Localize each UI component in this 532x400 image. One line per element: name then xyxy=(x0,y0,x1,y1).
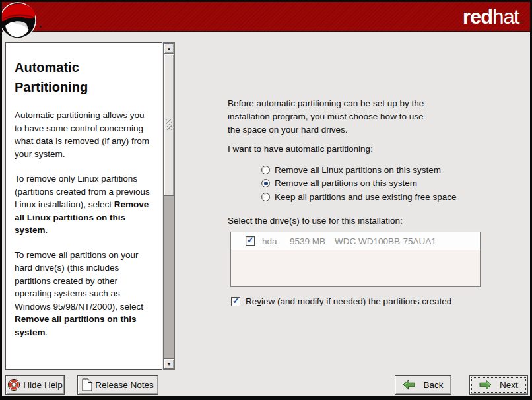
wordmark-hat: hat xyxy=(492,5,519,28)
scrollbar-thumb[interactable] xyxy=(164,53,174,196)
label-post: elease Notes xyxy=(102,380,154,390)
next-label: Next xyxy=(500,380,518,390)
drive-model: WDC WD100BB-75AUA1 xyxy=(335,236,436,246)
header-banner: redhat. xyxy=(2,2,530,32)
radio-button-selected-icon[interactable] xyxy=(261,179,270,187)
intro-text: Before automatic partitioning can be set… xyxy=(228,97,518,137)
review-partitions-checkbox-row[interactable]: ✓ Review (and modify if needed) the part… xyxy=(231,296,451,306)
wordmark-dot: . xyxy=(519,5,524,28)
document-icon xyxy=(82,378,92,391)
help-paragraph-1: Automatic partitioning allows you to hav… xyxy=(15,109,154,160)
drive-name: hda xyxy=(262,236,290,246)
release-notes-label: Release Notes xyxy=(95,380,154,390)
drive-size: 9539 MB xyxy=(290,236,335,246)
review-label-post: iew (and modify if needed) the partition… xyxy=(261,296,451,306)
drive-row-hda[interactable]: ✓ hda 9539 MB WDC WD100BB-75AUA1 xyxy=(231,232,480,250)
partitioning-radio-group: Remove all Linux partitions on this syst… xyxy=(261,163,456,204)
review-label: Review (and modify if needed) the partit… xyxy=(246,296,451,306)
label-post: ext xyxy=(506,380,518,390)
scroll-down-button[interactable]: ▼ xyxy=(164,358,174,369)
drive-list: ✓ hda 9539 MB WDC WD100BB-75AUA1 xyxy=(230,232,481,287)
scrollbar-grip-icon xyxy=(166,119,172,130)
label-mnemonic: N xyxy=(500,380,506,390)
radio-button-icon[interactable] xyxy=(261,166,270,174)
help-p3-text: To remove all partitions on your hard dr… xyxy=(15,250,143,312)
help-p3-period: . xyxy=(46,327,48,337)
checkmark-icon: ✓ xyxy=(247,235,254,245)
hide-help-button[interactable]: Hide Help xyxy=(5,375,65,395)
scroll-up-icon: ▲ xyxy=(167,46,172,51)
back-button[interactable]: Back xyxy=(395,375,451,395)
back-label: Back xyxy=(423,380,443,390)
label-mnemonic: R xyxy=(95,380,102,390)
next-arrow-icon xyxy=(479,380,492,390)
redhat-wordmark: redhat. xyxy=(463,5,524,29)
drive-checkbox[interactable]: ✓ xyxy=(246,236,255,246)
help-panel: Automatic Partitioning Automatic partiti… xyxy=(5,42,162,370)
radio-keep-all-partitions[interactable]: Keep all partitions and use existing fre… xyxy=(261,190,456,204)
redhat-shadowman-icon xyxy=(0,1,42,40)
help-p2-period: . xyxy=(46,225,48,235)
label-mnemonic: B xyxy=(423,380,429,390)
checkmark-icon: ✓ xyxy=(232,296,240,306)
review-label-mnemonic: v xyxy=(257,296,261,306)
release-notes-button[interactable]: Release Notes xyxy=(77,375,158,395)
trademark-dot xyxy=(40,26,42,28)
radio-label: Remove all partitions on this system xyxy=(275,178,417,188)
drives-select-label: Select the drive(s) to use for this inst… xyxy=(228,216,403,226)
back-arrow-icon xyxy=(403,380,415,390)
radio-remove-linux-partitions[interactable]: Remove all Linux partitions on this syst… xyxy=(261,163,456,177)
hide-help-label: Hide Help xyxy=(23,380,62,390)
installer-window: redhat. Automatic Partitioning Automatic… xyxy=(0,0,532,400)
partitioning-prompt: I want to have automatic partitioning: xyxy=(228,144,373,154)
label-mnemonic: H xyxy=(44,380,51,390)
radio-label: Remove all Linux partitions on this syst… xyxy=(275,165,441,175)
help-title: Automatic Partitioning xyxy=(15,57,114,97)
life-ring-icon xyxy=(7,378,20,391)
review-checkbox[interactable]: ✓ xyxy=(231,297,240,306)
radio-label: Keep all partitions and use existing fre… xyxy=(275,192,456,202)
help-scrollbar[interactable]: ▲ ▼ xyxy=(163,42,175,370)
label-post: elp xyxy=(51,380,63,390)
radio-remove-all-partitions[interactable]: Remove all partitions on this system xyxy=(261,177,456,191)
help-paragraph-3: To remove all partitions on your hard dr… xyxy=(15,249,154,339)
wordmark-red: red xyxy=(463,5,492,28)
scroll-down-icon: ▼ xyxy=(167,362,172,366)
scroll-up-button[interactable]: ▲ xyxy=(164,43,174,53)
help-p3-bold: Remove all partitions on this system xyxy=(15,314,137,337)
radio-button-icon[interactable] xyxy=(261,193,270,201)
next-button[interactable]: Next xyxy=(469,375,528,395)
review-label-pre: Re xyxy=(246,296,257,306)
label-post: ack xyxy=(430,380,444,390)
help-paragraph-2: To remove only Linux partitions (partiti… xyxy=(15,172,154,237)
label-pre: Hide xyxy=(23,380,44,390)
